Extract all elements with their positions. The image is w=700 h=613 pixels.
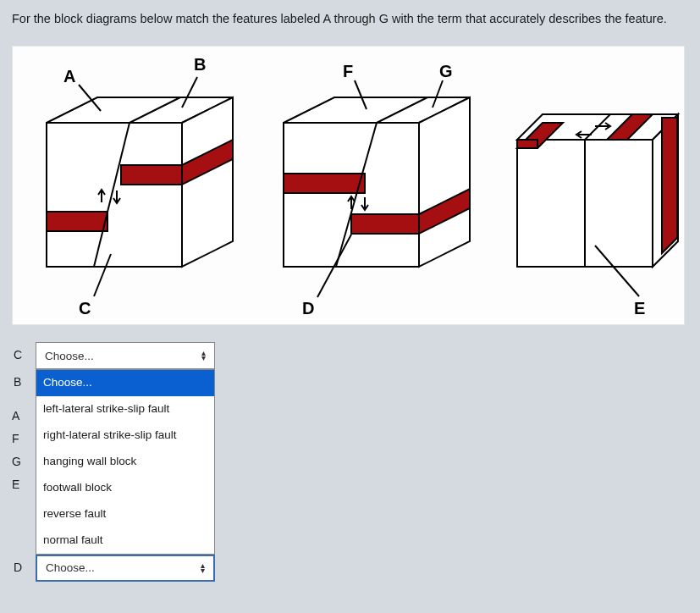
dropdown-d-value: Choose... (46, 561, 95, 574)
dropdown-option-left-lateral[interactable]: left-lateral strike-slip fault (36, 396, 214, 422)
answers-area: C Choose... ▴▾ B Choose... left-lateral … (12, 342, 688, 581)
dropdown-option-normal-fault[interactable]: normal fault (36, 527, 214, 554)
svg-marker-19 (284, 174, 365, 193)
dropdown-c[interactable]: Choose... ▴▾ (36, 342, 215, 369)
answer-label-a: A (12, 392, 36, 415)
instruction-text: For the block diagrams below match the f… (12, 10, 688, 27)
answer-label-c: C (12, 342, 36, 362)
svg-marker-4 (121, 165, 182, 185)
dropdown-option-choose[interactable]: Choose... (36, 370, 214, 396)
dropdown-option-footwall[interactable]: footwall block (36, 475, 214, 501)
dropdown-d[interactable]: Choose... ▴▾ (36, 555, 215, 582)
svg-text:A: A (63, 67, 75, 86)
svg-marker-3 (47, 212, 107, 231)
answer-label-d: D (12, 555, 36, 574)
svg-marker-38 (517, 140, 537, 148)
block-diagram-image: A B C F (12, 46, 685, 325)
svg-text:D: D (302, 299, 314, 318)
svg-marker-41 (662, 118, 677, 253)
dropdown-c-value: Choose... (45, 350, 94, 362)
svg-marker-2 (182, 97, 233, 267)
updown-icon: ▴▾ (201, 351, 206, 361)
svg-text:F: F (343, 62, 353, 80)
svg-marker-17 (284, 123, 419, 267)
updown-icon: ▴▾ (201, 563, 205, 573)
dropdown-b-listbox[interactable]: Choose... left-lateral strike-slip fault… (36, 369, 215, 554)
svg-text:C: C (79, 299, 91, 318)
dropdown-option-reverse-fault[interactable]: reverse fault (36, 501, 214, 527)
svg-text:E: E (634, 299, 645, 318)
svg-marker-1 (47, 123, 182, 267)
svg-marker-20 (351, 214, 419, 234)
dropdown-option-right-lateral[interactable]: right-lateral strike-slip fault (36, 422, 214, 449)
svg-text:B: B (194, 55, 206, 74)
svg-text:G: G (439, 62, 453, 80)
svg-marker-18 (419, 97, 470, 267)
dropdown-option-hanging-wall[interactable]: hanging wall block (36, 449, 214, 475)
